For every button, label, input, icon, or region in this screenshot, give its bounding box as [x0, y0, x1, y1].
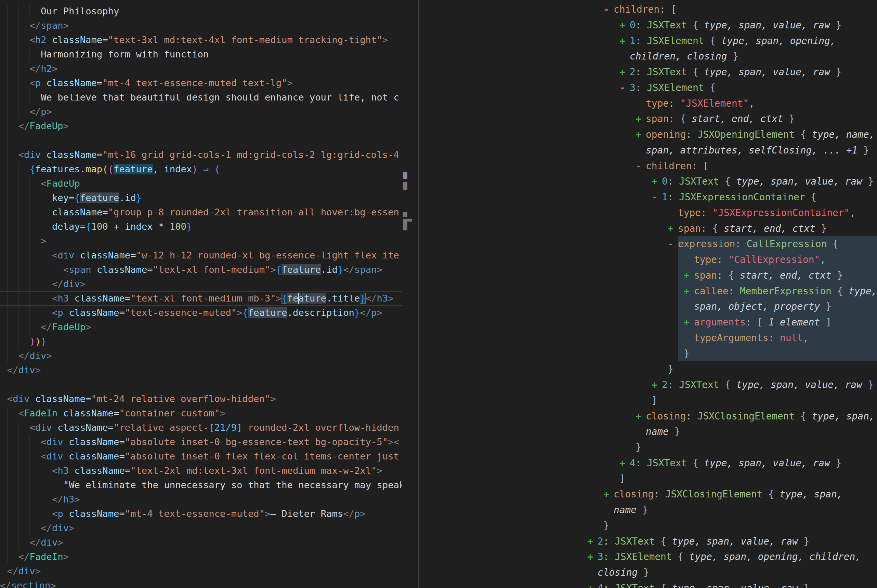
expand-toggle-icon[interactable]: +	[684, 315, 689, 330]
code-line[interactable]: <div className="mt-24 relative overflow-…	[0, 392, 402, 406]
ast-tree-line[interactable]: span, attributes, selfClosing, ... +1 }	[419, 142, 877, 158]
ast-tree-line[interactable]: +2: JSXText { type, span, value, raw }	[419, 377, 877, 393]
expand-toggle-icon[interactable]: +	[587, 549, 593, 565]
code-line[interactable]: </div>	[0, 349, 402, 363]
code-line[interactable]: <div className="relative aspect-[21/9] r…	[0, 420, 402, 435]
ast-tree-line[interactable]: +0: JSXText { type, span, value, raw }	[419, 174, 877, 189]
code-line[interactable]: className="group p-8 rounded-2xl transit…	[0, 205, 402, 219]
ast-tree-line[interactable]: +3: JSXElement { type, span, opening, ch…	[419, 549, 877, 565]
ast-tree-line[interactable]: ]	[419, 393, 877, 408]
code-line[interactable]: </div>	[0, 363, 402, 377]
ast-tree-line[interactable]: -children: [	[419, 158, 877, 174]
expand-toggle-icon[interactable]: +	[635, 127, 641, 142]
code-line[interactable]: </h3>	[0, 492, 402, 507]
code-line[interactable]: <div className="w-12 h-12 rounded-xl bg-…	[0, 248, 402, 262]
ast-tree-line[interactable]: }	[419, 362, 877, 377]
code-line[interactable]: <p className="mt-4 text-essence-muted te…	[0, 76, 402, 90]
code-line[interactable]: <FadeUp	[0, 176, 402, 191]
ast-tree-line[interactable]: +1: JSXElement { type, span, opening,	[419, 33, 877, 49]
expand-toggle-icon[interactable]: +	[684, 268, 689, 284]
code-line[interactable]: </FadeIn>	[0, 550, 402, 564]
code-line[interactable]: Our Philosophy	[0, 4, 402, 18]
code-line[interactable]: "We eliminate the unnecessary so that th…	[0, 478, 402, 492]
ast-tree-line[interactable]: -expression: CallExpression {	[419, 236, 877, 252]
code-line[interactable]: {features.map((feature, index) ⇒ (	[0, 162, 402, 176]
ast-tree-line[interactable]: type: "CallExpression",	[419, 252, 877, 268]
ast-tree-line[interactable]: +closing: JSXClosingElement { type, span…	[419, 408, 877, 424]
ast-tree-line[interactable]: +span: { start, end, ctxt }	[419, 268, 877, 284]
ast-tree-line[interactable]: +4: JSXText { type, span, value, raw }	[419, 580, 877, 588]
expand-toggle-icon[interactable]: +	[619, 33, 625, 49]
code-line[interactable]: </div>	[0, 536, 402, 550]
ast-tree-line[interactable]: +2: JSXText { type, span, value, raw }	[419, 534, 877, 549]
ast-tree-line[interactable]: ]	[419, 471, 877, 487]
ast-tree-line[interactable]: +4: JSXText { type, span, value, raw }	[419, 455, 877, 471]
ast-tree-line[interactable]: -children: [	[419, 2, 877, 17]
ast-tree-line[interactable]: +callee: MemberExpression { type,	[419, 284, 877, 299]
code-line[interactable]: </section>	[0, 578, 402, 588]
collapse-toggle-icon[interactable]: -	[619, 80, 625, 96]
ast-tree-line[interactable]: -3: JSXElement {	[419, 80, 877, 96]
code-line[interactable]: <h2 className="text-3xl md:text-4xl font…	[0, 33, 402, 47]
code-line[interactable]	[0, 377, 402, 392]
ast-tree-line[interactable]: type: "JSXExpressionContainer",	[419, 205, 877, 221]
expand-toggle-icon[interactable]: +	[635, 111, 641, 127]
ast-tree-line[interactable]: closing }	[419, 565, 877, 580]
ast-tree-line[interactable]: +span: { start, end, ctxt }	[419, 221, 877, 237]
ast-tree-line[interactable]: type: "JSXElement",	[419, 96, 877, 111]
collapse-toggle-icon[interactable]: -	[668, 236, 673, 252]
ast-tree-line[interactable]: +closing: JSXClosingElement { type, span…	[419, 486, 877, 502]
ast-tree-panel[interactable]: -children: [+0: JSXText { type, span, va…	[419, 0, 877, 588]
expand-toggle-icon[interactable]: +	[652, 377, 658, 393]
ast-tree-line[interactable]: +0: JSXText { type, span, value, raw }	[419, 17, 877, 33]
code-line[interactable]: </span>	[0, 18, 402, 33]
code-editor-pane[interactable]: Our Philosophy</span><h2 className="text…	[0, 0, 418, 588]
ast-lines[interactable]: -children: [+0: JSXText { type, span, va…	[419, 2, 877, 588]
code-line[interactable]: delay={100 + index * 100}	[0, 219, 402, 234]
ast-tree-line[interactable]: typeArguments: null,	[419, 330, 877, 346]
ast-tree-line[interactable]: }	[419, 346, 877, 362]
ast-tree-line[interactable]: name }	[419, 502, 877, 518]
expand-toggle-icon[interactable]: +	[619, 17, 625, 33]
code-line[interactable]: Harmonizing form with function	[0, 47, 402, 62]
code-line[interactable]: >	[0, 234, 402, 248]
code-line[interactable]: We believe that beautiful design should …	[0, 90, 402, 105]
collapse-toggle-icon[interactable]: -	[652, 189, 658, 205]
code-line[interactable]: </div>	[0, 564, 402, 578]
ast-tree-line[interactable]: +opening: JSXOpeningElement { type, name…	[419, 127, 877, 142]
code-line[interactable]: </div>	[0, 277, 402, 291]
ast-tree-line[interactable]: }	[419, 440, 877, 455]
code-line[interactable]: <h3 className="text-2xl md:text-3xl font…	[0, 464, 402, 478]
expand-toggle-icon[interactable]: +	[684, 284, 689, 299]
code-line[interactable]: <span className="text-xl font-medium">{f…	[0, 262, 402, 277]
code-line[interactable]: key={feature.id}	[0, 191, 402, 205]
code-line[interactable]: <p className="text-essence-muted">{featu…	[0, 306, 402, 320]
code-line[interactable]: <FadeIn className="container-custom">	[0, 406, 402, 420]
code-line[interactable]: </FadeUp>	[0, 320, 402, 334]
code-line[interactable]: <div className="absolute inset-0 flex fl…	[0, 449, 402, 464]
expand-toggle-icon[interactable]: +	[604, 486, 609, 502]
ast-tree-line[interactable]: span, object, property }	[419, 299, 877, 315]
expand-toggle-icon[interactable]: +	[668, 221, 673, 237]
expand-toggle-icon[interactable]: +	[619, 455, 625, 471]
ast-tree-line[interactable]: name }	[419, 424, 877, 440]
ast-tree-line[interactable]: -1: JSXExpressionContainer {	[419, 189, 877, 205]
expand-toggle-icon[interactable]: +	[635, 408, 641, 424]
code-line[interactable]: </h2>	[0, 62, 402, 76]
expand-toggle-icon[interactable]: +	[652, 174, 658, 189]
collapse-toggle-icon[interactable]: -	[635, 158, 641, 174]
code-line[interactable]: <div className="absolute inset-0 bg-esse…	[0, 435, 402, 449]
expand-toggle-icon[interactable]: +	[587, 534, 593, 549]
code-line[interactable]: </p>	[0, 105, 402, 119]
ast-tree-line[interactable]: +span: { start, end, ctxt }	[419, 111, 877, 127]
expand-toggle-icon[interactable]: +	[619, 64, 625, 80]
code-line[interactable]: <div className="mt-16 grid grid-cols-1 m…	[0, 148, 402, 162]
code-line[interactable]: </div>	[0, 521, 402, 536]
code-line[interactable]: </FadeUp>	[0, 119, 402, 134]
ast-tree-line[interactable]: +arguments: [ 1 element ]	[419, 315, 877, 330]
code-line[interactable]: ))}	[0, 334, 402, 349]
ast-tree-line[interactable]: children, closing }	[419, 48, 877, 64]
ast-tree-line[interactable]: +2: JSXText { type, span, value, raw }	[419, 64, 877, 80]
expand-toggle-icon[interactable]: +	[587, 580, 593, 588]
code-line[interactable]: <h3 className="text-xl font-medium mb-3"…	[0, 291, 402, 306]
